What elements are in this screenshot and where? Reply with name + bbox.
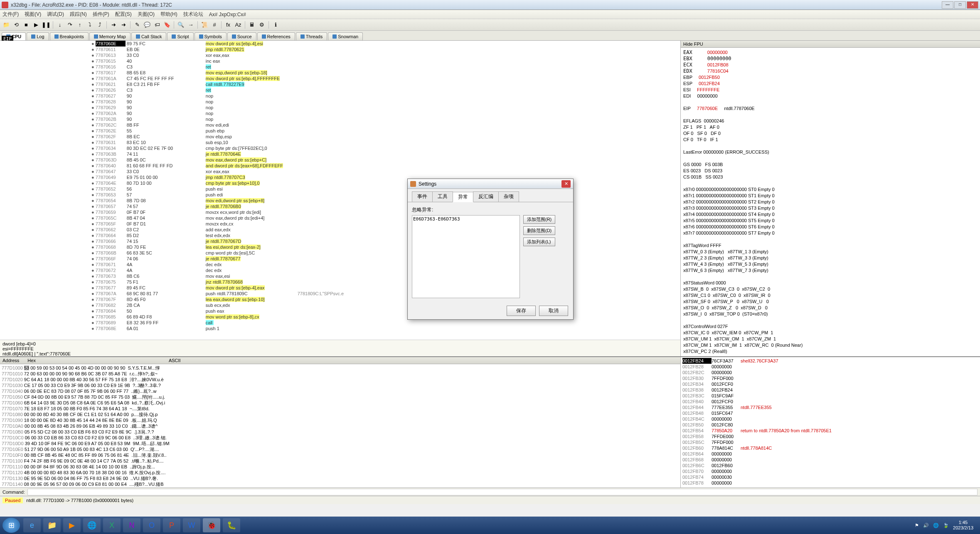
disasm-row[interactable]: ● 77870615 40 inc eax xyxy=(91,58,680,64)
search-icon[interactable]: 🔍 xyxy=(176,20,185,29)
menu-item-9[interactable]: Ax# JxpOxp:Cx# xyxy=(209,12,246,17)
step-over-icon[interactable]: ↷ xyxy=(65,20,74,29)
about-icon[interactable]: ℹ xyxy=(271,20,280,29)
disasm-row[interactable]: ● 7787064E 80 7D 10 00 cmp byte ptr ss:[… xyxy=(91,180,680,186)
stop-icon[interactable]: ■ xyxy=(22,20,31,29)
calc-icon[interactable]: 🖩 xyxy=(247,20,256,29)
tray-flag-icon[interactable]: ⚑ xyxy=(915,523,919,528)
dump-row[interactable]: 777D1000 53 00 59 00 53 00 54 00 45 00 4… xyxy=(2,365,679,371)
stack-row[interactable]: 0012FB48 015FC647 xyxy=(682,410,978,416)
disasm-row[interactable]: ● 7787067F 8D 45 F0 lea eax,dword ptr ss… xyxy=(91,296,680,302)
taskbar-powerpoint-icon[interactable]: P xyxy=(163,518,180,532)
stack-row[interactable]: 0012FB54 77850A20 return to ntdll.77850A… xyxy=(682,428,978,434)
disasm-row[interactable]: ● 77870611 EB 0E jmp ntdll.77870621 xyxy=(91,47,680,52)
dump-row[interactable]: 777D10D0 39 4D 10 0F 84 FE 9C 06 00 E9 A… xyxy=(2,441,679,446)
disasm-row[interactable]: ● 77870617 8B 65 E8 mov esp,dword ptr ss… xyxy=(91,70,680,76)
stack-row[interactable]: 0012FB44 777EE355 ntdll.777EE355 xyxy=(682,404,978,410)
tray-volume-icon[interactable]: 🔊 xyxy=(923,523,929,528)
disasm-row[interactable]: ● 77870666 74 15 je ntdll.7787067D xyxy=(91,238,680,244)
disasm-row[interactable]: ● 7787068E 6A 01 push 1 xyxy=(91,326,680,331)
menu-item-1[interactable]: 视图(V) xyxy=(25,11,41,18)
disasm-row[interactable]: ● 77870675 75 F1 jnz ntdll.77870668 xyxy=(91,279,680,285)
tab-breakpoints[interactable]: Breakpoints xyxy=(50,32,89,40)
disasm-row[interactable]: ● 77870672 4A dec edx xyxy=(91,267,680,273)
disasm-row[interactable]: ● 77870649 E9 75 01 00 00 jmp ntdll.7787… xyxy=(91,174,680,180)
disasm-row[interactable]: ● 77870640 81 60 68 FF FE FF FD and dwor… xyxy=(91,163,680,169)
tab-memory-map[interactable]: Memory Map xyxy=(89,32,131,40)
taskbar-ie-icon[interactable]: e xyxy=(23,518,41,532)
disasm-row[interactable]: ● 77870671 4A dec edx xyxy=(91,262,680,267)
dump-row[interactable]: 777D10A0 00 00 8B 45 08 83 4B 26 89 06 E… xyxy=(2,423,679,429)
dump-row[interactable]: 777D10E0 51 27 9D 06 00 50 A9 1B 05 00 8… xyxy=(2,446,679,452)
disasm-row[interactable]: ● 7787066F 74 06 je ntdll.77870677 xyxy=(91,256,680,262)
command-input[interactable] xyxy=(27,489,978,495)
dump-col-address[interactable]: Address xyxy=(2,358,19,363)
stack-row[interactable]: 0012FB5C 7FFDF000 xyxy=(682,439,978,445)
stack-row[interactable]: 0012FB34 0012FCF0 xyxy=(682,381,978,387)
dump-row[interactable]: 777D1020 9C 64 A1 18 00 00 00 8B 40 30 5… xyxy=(2,377,679,382)
run-icon[interactable]: ▶ xyxy=(32,20,41,29)
restart-icon[interactable]: ⟲ xyxy=(12,20,21,29)
dialog-cancel-button[interactable]: 取消 xyxy=(539,306,568,316)
disasm-row[interactable]: ● 77870626 C3 ret xyxy=(91,87,680,93)
az-icon[interactable]: Az xyxy=(234,20,243,29)
stack-row[interactable]: 0012FB40 0012FCF0 xyxy=(682,399,978,404)
disasm-row[interactable]: ● 77870621 E8 C3 21 FB FF call ntdll.778… xyxy=(91,81,680,87)
system-tray[interactable]: ⚑ 🔊 🌐 🍃 1:452023/2/13 xyxy=(915,520,978,531)
disasm-row[interactable]: ● 77870668 8D 70 FE lea esi,dword ptr ds… xyxy=(91,244,680,250)
dump-row[interactable]: 777D1080 00 00 00 8D 40 30 8B CF 0E C1 E… xyxy=(2,412,679,417)
stack-row[interactable]: 0012FB74 00000030 xyxy=(682,474,978,480)
taskbar-outlook-icon[interactable]: O xyxy=(143,518,160,532)
stack-row[interactable]: 0012FB4C 00000000 xyxy=(682,416,978,422)
dump-row[interactable]: 777D1120 4B 00 00 00 8D 48 83 30 6A 00 7… xyxy=(2,470,679,475)
dump-col-ascii[interactable]: ASCII xyxy=(169,358,181,363)
disasm-row[interactable]: ● 7787062E 55 push ebp xyxy=(91,128,680,134)
close-button[interactable]: ✕ xyxy=(967,1,978,9)
trace2-icon[interactable]: ➜ xyxy=(119,20,128,29)
script-icon[interactable]: 📜 xyxy=(200,20,209,29)
step2-icon[interactable]: ⤴ xyxy=(95,20,104,29)
dump-row[interactable]: 777D1140 08 00 9E 05 96 57 00 09 06 00 C… xyxy=(2,481,679,487)
disasm-row[interactable]: ● 7787062B 90 nop xyxy=(91,116,680,122)
disasm-row[interactable]: ● 77870628 90 nop xyxy=(91,99,680,105)
dump-row[interactable]: 777D1090 18 00 00 0E 8D 40 30 8B 45 14 4… xyxy=(2,417,679,423)
comment-icon[interactable]: 💬 xyxy=(143,20,152,29)
stack-row[interactable]: 0012FB64 00000000 xyxy=(682,451,978,457)
menu-item-6[interactable]: 关图(O) xyxy=(138,11,155,18)
dialog-tab-1[interactable]: 工具 xyxy=(432,191,453,202)
taskbar-x32dbg-icon[interactable]: 🐞 xyxy=(203,518,220,532)
start-button[interactable]: ⊞ xyxy=(2,518,20,533)
menu-item-5[interactable]: 配置(S) xyxy=(115,11,132,18)
fx-icon[interactable]: fx xyxy=(224,20,233,29)
stack-row[interactable]: 0012FB68 00000000 xyxy=(682,457,978,463)
dialog-tab-2[interactable]: 异常 xyxy=(453,192,473,202)
stack-row[interactable]: 0012FB78 00000000 xyxy=(682,480,978,486)
dump-row[interactable]: 777D10B0 05 F5 5D C2 08 00 33 C0 EB F6 8… xyxy=(2,429,679,435)
disasm-row[interactable]: ● 77870616 C3 ret xyxy=(91,64,680,70)
disasm-row[interactable]: ● 7787063D 8B 45 0C mov eax,dword ptr ss… xyxy=(91,157,680,163)
taskbar-word-icon[interactable]: W xyxy=(183,518,200,532)
dialog-tab-4[interactable]: 杂项 xyxy=(498,191,519,202)
stack-row[interactable]: 0012FB30 7FFDF000 xyxy=(682,375,978,381)
patch-icon[interactable]: ✎ xyxy=(133,20,142,29)
disasm-row[interactable]: ● 77870613 33 C0 xor eax,eax xyxy=(91,52,680,58)
stack-row[interactable]: 0012FB28 00000000 xyxy=(682,364,978,370)
stack-row[interactable]: 0012FB50 0012FC80 xyxy=(682,422,978,428)
disasm-row[interactable]: ● 7787060E 89 75 FC mov dword ptr ss:[eb… xyxy=(91,41,680,47)
tray-leaf-icon[interactable]: 🍃 xyxy=(943,523,949,528)
tab-snowman[interactable]: Snowman xyxy=(328,32,363,40)
cmdline-icon[interactable]: # xyxy=(210,20,219,29)
disasm-row[interactable]: ● 77870689 E8 32 36 F9 FF call xyxy=(91,320,680,326)
tab-call-stack[interactable]: Call Stack xyxy=(131,32,167,40)
dump-row[interactable]: 777D1010 72 00 63 00 00 00 90 90 68 B6 0… xyxy=(2,371,679,377)
tab-references[interactable]: References xyxy=(257,32,295,40)
stack-row[interactable]: 0012FB3C 015FC9AF xyxy=(682,393,978,399)
open-icon[interactable]: 📁 xyxy=(2,20,11,29)
dialog-tab-3[interactable]: 反汇编 xyxy=(473,191,499,202)
stack-row[interactable]: 0012FB70 00000000 xyxy=(682,468,978,474)
dialog-tab-0[interactable]: 事件 xyxy=(412,191,433,202)
disasm-row[interactable]: ● 77870684 50 push eax xyxy=(91,308,680,314)
menu-item-4[interactable]: 插件(P) xyxy=(93,11,109,18)
dialog-close-button[interactable]: ✕ xyxy=(561,180,571,188)
taskbar-chrome-icon[interactable]: 🌐 xyxy=(83,518,101,532)
